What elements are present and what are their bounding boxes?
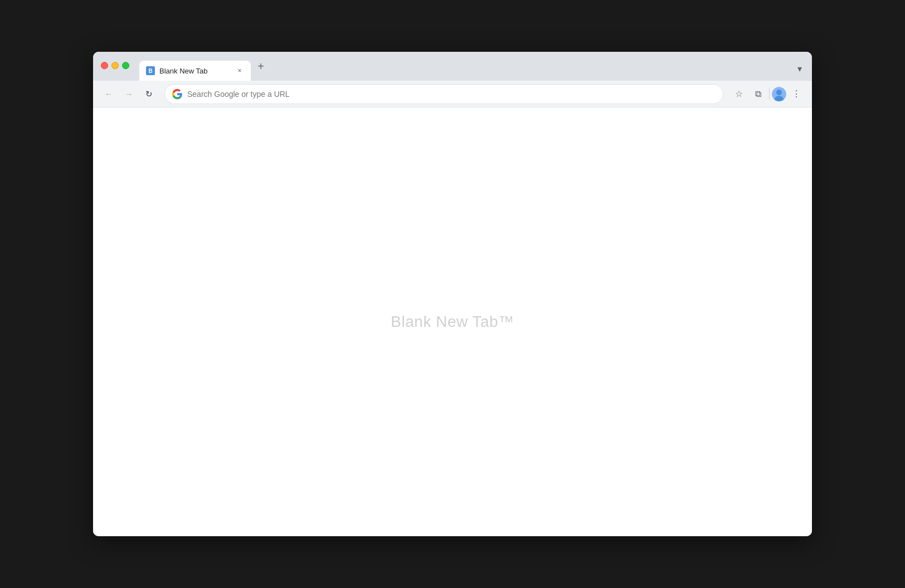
bookmark-button[interactable]: ☆: [730, 85, 748, 103]
toolbar-divider: [769, 89, 770, 100]
address-bar-container[interactable]: [164, 84, 723, 104]
traffic-lights: [101, 62, 129, 69]
back-icon: ←: [105, 89, 113, 99]
bookmark-icon: ☆: [735, 89, 743, 99]
forward-icon: →: [125, 89, 133, 99]
minimize-button[interactable]: [111, 62, 119, 69]
google-logo-icon: [172, 89, 183, 100]
close-button[interactable]: [101, 62, 108, 69]
maximize-button[interactable]: [122, 62, 129, 69]
extensions-button[interactable]: ⧉: [749, 85, 767, 103]
tab-strip-end: ▾: [792, 61, 807, 81]
reload-button[interactable]: ↻: [140, 85, 158, 103]
tab-close-button[interactable]: ×: [235, 66, 244, 75]
profile-menu-button[interactable]: ▾: [792, 61, 807, 76]
tab-favicon: B: [146, 66, 155, 75]
more-button[interactable]: ⋮: [787, 85, 805, 103]
reload-icon: ↻: [145, 89, 153, 99]
profile-avatar[interactable]: [772, 87, 786, 101]
extensions-icon: ⧉: [755, 89, 761, 99]
new-tab-button[interactable]: +: [253, 58, 269, 74]
active-tab[interactable]: B Blank New Tab ×: [139, 61, 251, 81]
toolbar-actions: ☆ ⧉ ⋮: [730, 85, 805, 103]
tab-title: Blank New Tab: [159, 67, 231, 75]
back-button[interactable]: ←: [100, 85, 118, 103]
forward-button[interactable]: →: [120, 85, 138, 103]
tabs-area: B Blank New Tab × +: [139, 52, 269, 81]
svg-point-1: [776, 90, 782, 95]
title-bar: B Blank New Tab × + ▾: [93, 52, 812, 81]
browser-window: B Blank New Tab × + ▾ ← → ↻: [93, 52, 812, 536]
toolbar: ← → ↻ ☆ ⧉: [93, 81, 812, 107]
page-content: Blank New Tab™: [93, 107, 812, 536]
address-input[interactable]: [187, 90, 716, 99]
page-watermark: Blank New Tab™: [391, 313, 514, 331]
more-icon: ⋮: [792, 89, 801, 99]
